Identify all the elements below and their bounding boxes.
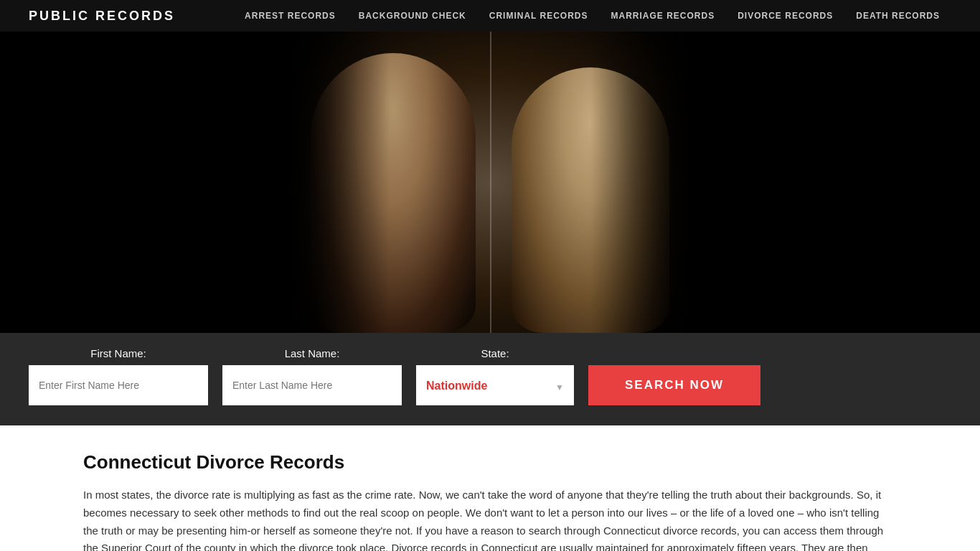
- content-body: In most states, the divorce rate is mult…: [83, 486, 897, 551]
- nav-link-background-check[interactable]: BACKGROUND CHECK: [347, 0, 478, 32]
- hero-image: [289, 32, 691, 333]
- main-content: Connecticut Divorce Records In most stat…: [0, 425, 980, 551]
- hero-divider: [490, 32, 491, 333]
- search-bar: First Name: Last Name: State: Nationwide…: [0, 333, 980, 425]
- hero-section: [0, 32, 980, 333]
- state-field: State: Nationwide Alabama Alaska Arizona…: [416, 347, 574, 405]
- state-label: State:: [416, 347, 574, 359]
- first-name-field: First Name:: [29, 347, 208, 405]
- page-title: Connecticut Divorce Records: [83, 451, 897, 474]
- state-select[interactable]: Nationwide Alabama Alaska Arizona Arkans…: [416, 365, 574, 405]
- first-name-label: First Name:: [29, 347, 208, 359]
- last-name-field: Last Name:: [222, 347, 402, 405]
- nav-link-marriage-records[interactable]: MARRIAGE RECORDS: [600, 0, 727, 32]
- navbar: PUBLIC RECORDS ARREST RECORDSBACKGROUND …: [0, 0, 980, 32]
- hero-fade-right: [590, 32, 691, 333]
- site-logo[interactable]: PUBLIC RECORDS: [29, 9, 175, 24]
- last-name-label: Last Name:: [222, 347, 402, 359]
- hero-fade-left: [289, 32, 390, 333]
- nav-link-criminal-records[interactable]: CRIMINAL RECORDS: [478, 0, 600, 32]
- first-name-input[interactable]: [29, 365, 208, 405]
- nav-link-death-records[interactable]: DEATH RECORDS: [844, 0, 951, 32]
- search-now-button[interactable]: SEARCH NOW: [588, 365, 760, 405]
- nav-link-arrest-records[interactable]: ARREST RECORDS: [233, 0, 347, 32]
- nav-link-divorce-records[interactable]: DIVORCE RECORDS: [726, 0, 844, 32]
- last-name-input[interactable]: [222, 365, 402, 405]
- nav-links: ARREST RECORDSBACKGROUND CHECKCRIMINAL R…: [233, 0, 951, 32]
